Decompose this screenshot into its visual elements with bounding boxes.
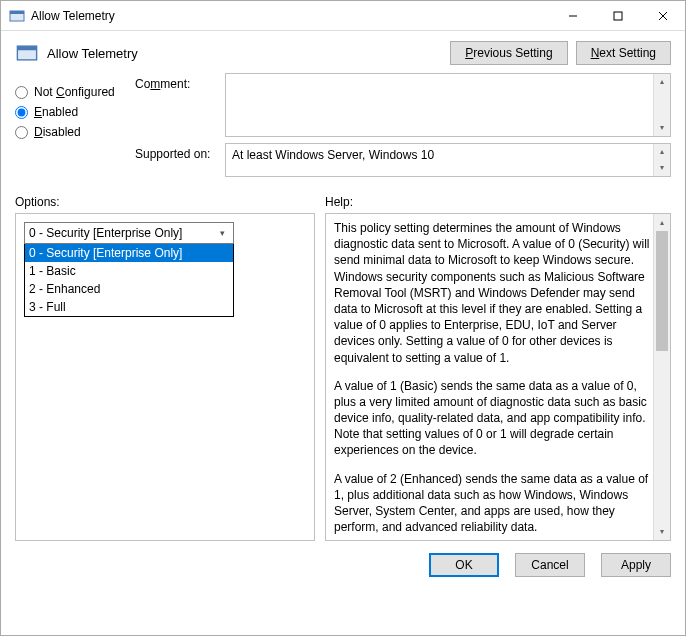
radio-label: Disabled xyxy=(34,125,81,139)
supported-on-value: At least Windows Server, Windows 10 xyxy=(232,148,434,162)
scroll-down-icon: ▾ xyxy=(654,120,670,136)
scroll-up-icon: ▴ xyxy=(654,144,670,160)
apply-button[interactable]: Apply xyxy=(601,553,671,577)
options-label: Options: xyxy=(15,195,325,209)
supported-label: Supported on: xyxy=(135,143,225,177)
radio-disabled[interactable]: Disabled xyxy=(15,125,135,139)
supported-scrollbar[interactable]: ▴▾ xyxy=(653,144,670,176)
comment-scrollbar[interactable]: ▴▾ xyxy=(653,74,670,136)
telemetry-level-dropdown: 0 - Security [Enterprise Only] 1 - Basic… xyxy=(24,243,234,317)
ok-button[interactable]: OK xyxy=(429,553,499,577)
footer: OK Cancel Apply xyxy=(1,541,685,589)
scroll-down-icon: ▾ xyxy=(654,160,670,176)
supported-on-box: At least Windows Server, Windows 10 ▴▾ xyxy=(225,143,671,177)
policy-icon xyxy=(9,8,25,24)
close-button[interactable] xyxy=(640,1,685,30)
scrollbar-thumb[interactable] xyxy=(656,231,668,351)
cancel-button[interactable]: Cancel xyxy=(515,553,585,577)
comment-textarea[interactable]: ▴▾ xyxy=(225,73,671,137)
next-setting-button[interactable]: Next Setting xyxy=(576,41,671,65)
dropdown-option[interactable]: 2 - Enhanced xyxy=(25,280,233,298)
scroll-up-icon: ▴ xyxy=(654,214,670,231)
state-radios: Not Configured Enabled Disabled xyxy=(15,73,135,183)
scroll-up-icon: ▴ xyxy=(654,74,670,90)
chevron-down-icon: ▾ xyxy=(214,225,231,241)
help-scrollbar[interactable]: ▴ ▾ xyxy=(653,214,670,540)
window-title: Allow Telemetry xyxy=(31,9,550,23)
help-paragraph: This policy setting determines the amoun… xyxy=(334,220,650,366)
maximize-button[interactable] xyxy=(595,1,640,30)
header: Allow Telemetry Previous Setting Next Se… xyxy=(1,31,685,73)
dropdown-option[interactable]: 1 - Basic xyxy=(25,262,233,280)
dropdown-option[interactable]: 3 - Full xyxy=(25,298,233,316)
radio-disabled-input[interactable] xyxy=(15,126,28,139)
help-pane: This policy setting determines the amoun… xyxy=(325,213,671,541)
comment-label: Comment: xyxy=(135,73,225,137)
policy-icon-large xyxy=(15,41,39,65)
svg-rect-3 xyxy=(614,12,622,20)
scroll-down-icon: ▾ xyxy=(654,523,670,540)
help-text: This policy setting determines the amoun… xyxy=(326,214,670,540)
dropdown-option[interactable]: 0 - Security [Enterprise Only] xyxy=(25,244,233,262)
radio-label: Not Configured xyxy=(34,85,115,99)
telemetry-level-combo[interactable]: 0 - Security [Enterprise Only] ▾ xyxy=(24,222,234,244)
options-pane: 0 - Security [Enterprise Only] ▾ 0 - Sec… xyxy=(15,213,315,541)
radio-not-configured[interactable]: Not Configured xyxy=(15,85,135,99)
combo-selected-value: 0 - Security [Enterprise Only] xyxy=(29,226,182,240)
radio-label: Enabled xyxy=(34,105,78,119)
radio-enabled[interactable]: Enabled xyxy=(15,105,135,119)
titlebar: Allow Telemetry xyxy=(1,1,685,31)
svg-rect-7 xyxy=(17,46,36,50)
minimize-button[interactable] xyxy=(550,1,595,30)
help-label: Help: xyxy=(325,195,353,209)
radio-not-configured-input[interactable] xyxy=(15,86,28,99)
radio-enabled-input[interactable] xyxy=(15,106,28,119)
svg-rect-1 xyxy=(10,11,24,14)
scrollbar-track[interactable] xyxy=(654,351,670,523)
help-paragraph: A value of 2 (Enhanced) sends the same d… xyxy=(334,471,650,536)
page-title: Allow Telemetry xyxy=(47,46,442,61)
previous-setting-button[interactable]: Previous Setting xyxy=(450,41,567,65)
help-paragraph: A value of 1 (Basic) sends the same data… xyxy=(334,378,650,459)
